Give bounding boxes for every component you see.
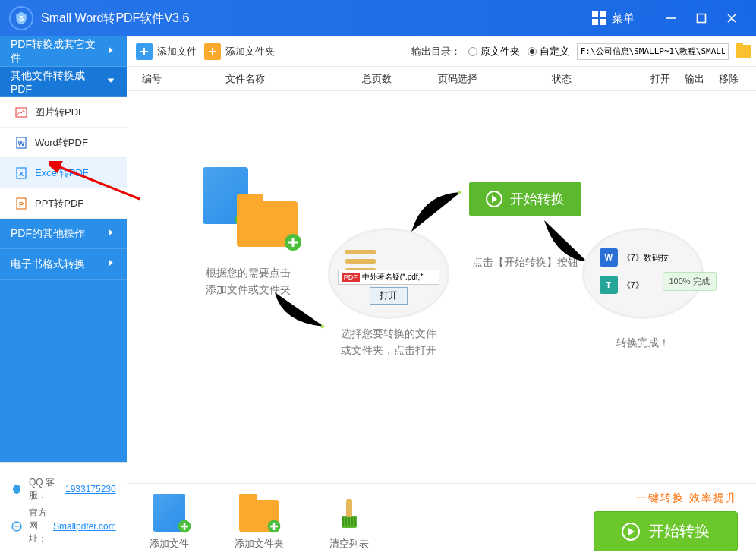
sidebar-section-other-to-pdf[interactable]: 其他文件转换成PDF bbox=[0, 67, 127, 97]
step4-row2-text: 《7》 bbox=[622, 280, 644, 291]
menu-grid-icon bbox=[592, 11, 606, 25]
app-title: Small Word转PDF软件V3.6 bbox=[41, 11, 189, 27]
chevron-right-icon bbox=[106, 257, 116, 270]
step2-text-line2: 或文件夹，点击打开 bbox=[305, 342, 472, 358]
play-icon bbox=[622, 523, 640, 541]
plus-badge-icon bbox=[266, 519, 282, 534]
th-status: 状态 bbox=[552, 72, 650, 86]
svg-text:P: P bbox=[19, 201, 24, 208]
svg-text:S: S bbox=[19, 14, 24, 22]
minimize-button[interactable] bbox=[656, 3, 686, 33]
sidebar-item-label: Word转PDF bbox=[35, 136, 88, 150]
step4-row1-text: 《7》数码技 bbox=[622, 252, 669, 264]
brush-icon bbox=[331, 494, 367, 531]
step3-button-graphic: 开始转换 bbox=[469, 182, 581, 216]
step3-button-label: 开始转换 bbox=[510, 190, 565, 208]
radio-source-folder[interactable]: 原文件夹 bbox=[468, 45, 520, 58]
radio-label: 原文件夹 bbox=[480, 45, 520, 58]
plus-icon bbox=[136, 43, 153, 60]
annotation-arrow-icon bbox=[49, 161, 147, 207]
qq-link[interactable]: 1933175230 bbox=[65, 484, 116, 494]
step-4: W《7》数码技 T《7》 100% 完成 转换完成！ bbox=[559, 228, 726, 351]
th-open: 打开 bbox=[650, 72, 685, 86]
step-1: 根据您的需要点击 添加文件或文件夹 bbox=[172, 167, 324, 298]
chevron-down-icon bbox=[106, 75, 116, 88]
menu-label: 菜单 bbox=[612, 11, 635, 26]
svg-point-12 bbox=[13, 485, 20, 494]
step2-filebar-text: 中外著名疑(*.pdf,* bbox=[362, 272, 424, 283]
step1-graphic-icon bbox=[195, 167, 301, 258]
footer-add-folder-button[interactable]: 添加文件夹 bbox=[235, 493, 284, 551]
sidebar-item-word-to-pdf[interactable]: W Word转PDF bbox=[0, 128, 127, 158]
footer: 添加文件 添加文件夹 清空列表 bbox=[127, 483, 756, 559]
instruction-area: 根据您的需要点击 添加文件或文件夹 PDF中外著名疑(*.pdf,* 打开 选择… bbox=[127, 91, 756, 483]
word-icon: W bbox=[15, 137, 27, 149]
step4-text-line1: 转换完成！ bbox=[559, 334, 726, 351]
qq-label: QQ 客服： bbox=[29, 476, 59, 502]
th-pages: 总页数 bbox=[362, 72, 438, 86]
step1-text-line1: 根据您的需要点击 bbox=[172, 264, 324, 281]
sidebar-item-image-to-pdf[interactable]: 图片转PDF bbox=[0, 97, 127, 128]
table-header: 编号 文件名称 总页数 页码选择 状态 打开 输出 移除 bbox=[127, 67, 756, 91]
radio-label: 自定义 bbox=[540, 45, 569, 58]
svg-rect-2 bbox=[698, 14, 706, 23]
step4-badge: 100% 完成 bbox=[663, 272, 717, 291]
toolbar: 添加文件 添加文件夹 输出目录： 原文件夹 自定义 bbox=[127, 36, 756, 67]
step4-graphic-icon: W《7》数码技 T《7》 100% 完成 bbox=[582, 228, 704, 319]
plus-icon bbox=[204, 43, 221, 60]
sidebar-item-label: 图片转PDF bbox=[35, 106, 84, 119]
sidebar-section-label: 其他文件转换成PDF bbox=[11, 69, 106, 95]
excel-icon: X bbox=[15, 167, 27, 179]
th-filename: 文件名称 bbox=[225, 72, 362, 86]
footer-add-file-label: 添加文件 bbox=[150, 537, 189, 551]
qq-icon bbox=[11, 483, 23, 495]
close-button[interactable] bbox=[717, 3, 747, 33]
sidebar-section-ebook[interactable]: 电子书格式转换 bbox=[0, 249, 127, 280]
plus-badge-icon bbox=[177, 519, 192, 534]
image-icon bbox=[15, 106, 27, 118]
footer-clear-list-button[interactable]: 清空列表 bbox=[329, 493, 369, 551]
sidebar-section-label: 电子书格式转换 bbox=[11, 257, 85, 271]
titlebar: S Small Word转PDF软件V3.6 菜单 bbox=[0, 0, 756, 36]
start-label: 开始转换 bbox=[649, 521, 710, 542]
th-page-select: 页码选择 bbox=[438, 72, 552, 86]
sidebar-section-pdf-to-other[interactable]: PDF转换成其它文件 bbox=[0, 36, 127, 67]
app-logo-icon: S bbox=[9, 6, 33, 30]
add-file-label: 添加文件 bbox=[157, 45, 197, 58]
maximize-button[interactable] bbox=[686, 3, 717, 33]
footer-add-file-button[interactable]: 添加文件 bbox=[150, 493, 189, 551]
footer-add-folder-label: 添加文件夹 bbox=[235, 537, 284, 551]
play-icon bbox=[486, 191, 502, 207]
sidebar: PDF转换成其它文件 其他文件转换成PDF 图片转PDF W Word转PDF … bbox=[0, 36, 127, 559]
step2-open-label: 打开 bbox=[370, 287, 408, 305]
browse-folder-button[interactable] bbox=[736, 45, 751, 58]
ie-icon bbox=[11, 520, 23, 532]
output-path-input[interactable] bbox=[577, 43, 729, 60]
site-label: 官方网址： bbox=[29, 507, 47, 545]
sidebar-section-label: PDF的其他操作 bbox=[11, 227, 85, 241]
ppt-icon: P bbox=[15, 197, 27, 210]
sidebar-section-pdf-other-ops[interactable]: PDF的其他操作 bbox=[0, 219, 127, 249]
svg-text:W: W bbox=[18, 140, 25, 147]
menu-button[interactable]: 菜单 bbox=[586, 8, 641, 29]
th-index: 编号 bbox=[134, 72, 225, 86]
chevron-right-icon bbox=[106, 45, 116, 58]
sidebar-bottom: QQ 客服： 1933175230 官方网址： Smallpdfer.com bbox=[0, 462, 127, 559]
svg-text:X: X bbox=[19, 170, 24, 178]
svg-rect-20 bbox=[346, 499, 352, 517]
radio-custom-folder[interactable]: 自定义 bbox=[528, 45, 569, 58]
th-remove: 移除 bbox=[719, 72, 753, 86]
add-folder-button[interactable]: 添加文件夹 bbox=[204, 43, 275, 60]
sidebar-section-label: PDF转换成其它文件 bbox=[11, 38, 106, 65]
svg-line-14 bbox=[56, 166, 140, 199]
site-link[interactable]: Smallpdfer.com bbox=[53, 521, 116, 532]
th-output: 输出 bbox=[685, 72, 719, 86]
footer-slogan: 一键转换 效率提升 bbox=[594, 491, 738, 505]
chevron-right-icon bbox=[106, 227, 116, 240]
step2-text-line1: 选择您要转换的文件 bbox=[305, 325, 472, 342]
add-folder-label: 添加文件夹 bbox=[225, 45, 275, 58]
footer-clear-label: 清空列表 bbox=[329, 537, 369, 551]
content: 添加文件 添加文件夹 输出目录： 原文件夹 自定义 编号 文件名称 总页数 bbox=[127, 36, 756, 559]
add-file-button[interactable]: 添加文件 bbox=[136, 43, 197, 60]
start-convert-button[interactable]: 开始转换 bbox=[594, 511, 738, 551]
